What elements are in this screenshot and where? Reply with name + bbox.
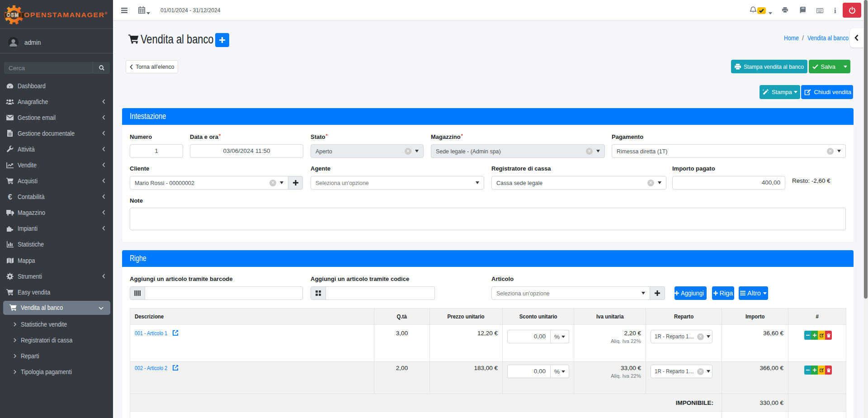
- svg-text:OSM: OSM: [7, 12, 19, 18]
